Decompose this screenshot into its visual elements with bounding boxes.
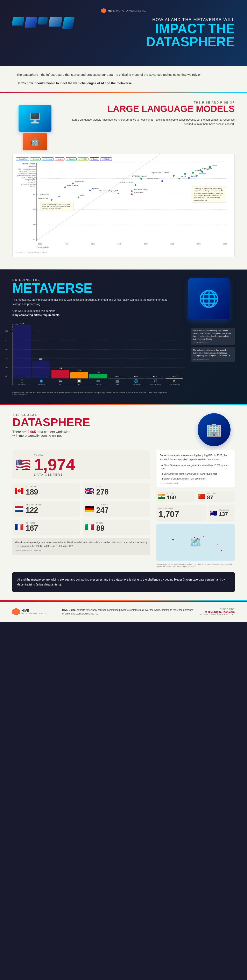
subscribe-url: at HIVEDigitalTech.com	[198, 610, 235, 614]
metaverse-section: BUILDING THE METAVERSE The metaverse, an…	[0, 270, 247, 404]
hero-section: HIVE DIGITAL TECHNOLOGIES INC. HOW AI AN…	[0, 0, 247, 66]
uk-count: 278	[96, 488, 109, 496]
metaverse-desc2: One way to understand this demand	[12, 309, 175, 313]
bar-holograms: 100.0 🔷 Holograms	[32, 358, 50, 385]
y-ticks: 1e+25 1e+24 1e+23 1e+22 1e+21 1e+20	[33, 163, 37, 241]
us-count: 1,974	[34, 457, 75, 473]
llm-section: 🖥️ 🤖 THE RISE AND RISE OF LARGE LANGUAGE…	[0, 92, 247, 269]
subscribe-label: SUBSCRIBE	[198, 608, 235, 610]
map-source: Source: Data Center Map. Based on self-r…	[156, 563, 235, 568]
point-alphazero	[89, 189, 91, 191]
logo-name: HIVE	[108, 9, 115, 12]
point-lambda	[178, 178, 180, 180]
country-italy: 🇮🇹 #9 Italy 89	[83, 520, 150, 535]
hero-main-title: IMPACT THE DATASPHERE	[124, 22, 235, 48]
bitrate-chart: BitrateMegabitsper second 250 200 150 10…	[12, 323, 235, 396]
bar-gaming: 25.0 🎮 Gaming	[89, 371, 107, 385]
chart-logos: ● DeepMind ● Google ●● Meta AI ● inspur …	[16, 158, 231, 161]
point-megatron-bert	[131, 193, 132, 195]
hero-description: The datasphere—the infrastructure that s…	[16, 72, 231, 77]
llm-description: Large Language Models have pushed AI per…	[66, 118, 235, 126]
point-gpt3	[140, 178, 142, 180]
metaverse-desc1: The metaverse, an immersive and friction…	[12, 298, 175, 306]
point-alphacode	[196, 175, 198, 177]
chart-logo-deepmind: ● DeepMind	[16, 158, 29, 161]
footer-logo: HIVE DIGITAL TECHNOLOGIES INC.	[12, 608, 48, 616]
bar-music-streaming: +0.05 🎵 Music streaming	[147, 375, 164, 385]
ds-conclusion: AI and the metaverse are adding storage …	[12, 572, 235, 592]
footer: HIVE DIGITAL TECHNOLOGIES INC. HIVE Digi…	[0, 601, 247, 622]
nl-count: 122	[26, 506, 42, 514]
bar-video: +1.00 📹 Video	[108, 375, 126, 385]
chart-logo-metaai: ●● Meta AI	[42, 158, 54, 161]
point-openai-five	[135, 184, 136, 186]
point-alphagomaster	[64, 186, 66, 188]
point-alphagofan2	[59, 196, 60, 197]
hero-description-section: The datasphere—the infrastructure that s…	[0, 66, 247, 92]
datasphere-section: THE GLOBAL DATASPHERE There are 9,065 da…	[0, 405, 247, 600]
bar-ar: 35.0 🔲 AR	[70, 370, 88, 385]
country-france: 🇫🇷 #5 France 167	[12, 520, 80, 535]
point-gnmt	[78, 197, 79, 198]
llm-section-title: LARGE LANGUAGE MODELS	[66, 104, 235, 114]
point-alphagofan	[51, 199, 53, 200]
country-uk: 🇬🇧 #2 UK 278	[83, 484, 150, 498]
hyperscale-box: Some data centers are responding by goin…	[156, 450, 235, 487]
country-canada: 🇨🇦 #4 Canada 189	[12, 484, 80, 498]
footer-hex-icon	[12, 608, 20, 616]
de-count: 247	[96, 506, 109, 514]
chart-logo-inspur: ● inspur	[55, 158, 64, 161]
canada-count: 189	[26, 488, 38, 496]
chart-logo-openai: ● OpenAI	[66, 158, 76, 161]
footer-company: HIVE Digital	[62, 609, 76, 611]
llm-chart: ● DeepMind ● Google ●● Meta AI ● inspur …	[12, 154, 235, 257]
annotation-vr-latency: Virtual and augmented reality could requ…	[191, 328, 235, 345]
logo-tagline: DIGITAL TECHNOLOGIES INC.	[116, 10, 146, 12]
country-us: 🇺🇸 #1 U.S. 1,974 DATA CENTERS	[12, 450, 150, 479]
point-biggen	[131, 190, 132, 192]
point-gopher	[188, 177, 190, 179]
world-map: 🗺️	[156, 524, 235, 561]
point-megatron-turing	[173, 175, 175, 177]
point-llama	[201, 171, 203, 173]
bitrate-note: High-throughput values are represented a…	[12, 391, 185, 396]
chart-logo-google: ● Google	[30, 158, 41, 161]
bar-web-browsing: +0.05 🌐 Web browsing	[127, 375, 145, 385]
country-india: 🇮🇳 #8 India 160	[156, 491, 194, 502]
metaverse-title: METAVERSE	[12, 282, 175, 295]
footer-tickers: TSX: HIVE NASDAQ: HIVE FSE: YOF7	[198, 614, 235, 616]
fr-count: 167	[26, 524, 38, 533]
footer-text: HIVE Digital exports renewably sourced c…	[62, 608, 194, 616]
chart-logo-baidu: ● Baidu	[90, 158, 99, 161]
annotation-google-flops: One study found that machine learning ap…	[192, 186, 226, 202]
ds-section-title: DATASPHERE	[12, 417, 185, 428]
point-alphagozero	[72, 183, 74, 185]
chart-logo-nvidia: ● NVIDIA	[78, 158, 89, 161]
bar-remote-desktop: +0.00 🖥 Remote desktop	[166, 376, 183, 385]
chart-logo-ai21: ● AI21labs	[100, 158, 112, 161]
point-gpt35	[184, 173, 186, 175]
annotation-metaverse-data: The metaverse will expand data usage by …	[191, 347, 235, 362]
hive-hex-icon	[101, 8, 106, 13]
hero-callout: Here's how it could evolve to meet the t…	[16, 81, 231, 86]
country-netherlands: 🇳🇱 #Top Netherlands 122	[12, 501, 80, 517]
chart-source: Source: Epoch (as of March 15, 2023)	[16, 251, 231, 253]
footer-subscribe: SUBSCRIBE at HIVEDigitalTech.com TSX: HI…	[198, 608, 235, 616]
ds-subtitle: There are 9,065 data centers worldwide,w…	[12, 430, 185, 438]
edge-spending-box: Global spending on edge data centers—sma…	[12, 538, 150, 555]
point-jurassic	[161, 180, 163, 182]
it-count: 89	[96, 524, 105, 533]
point-minerva	[199, 169, 201, 172]
metaverse-desc3: is by comparing bitrate requirements.	[12, 313, 175, 317]
country-germany: 🇩🇪 #3 Germany 247	[83, 501, 150, 517]
country-australia: 🇦🇺 #7 Australia 137	[209, 506, 235, 521]
footer-description: exports renewably sourced computing powe…	[62, 609, 193, 615]
rest-of-world: Rest of the World 1,707	[156, 506, 206, 521]
llm-header: THE RISE AND RISE OF LARGE LANGUAGE MODE…	[66, 101, 235, 114]
annotation-large-scale: Since the beginning of the Large-Scale E…	[41, 202, 73, 212]
point-megatron-orig	[118, 192, 119, 194]
hive-logo: HIVE DIGITAL TECHNOLOGIES INC.	[101, 8, 145, 13]
country-china: 🇨🇳 #10 China 87	[196, 491, 235, 502]
logo-area: HIVE DIGITAL TECHNOLOGIES INC.	[12, 8, 235, 13]
point-palm	[192, 172, 194, 174]
